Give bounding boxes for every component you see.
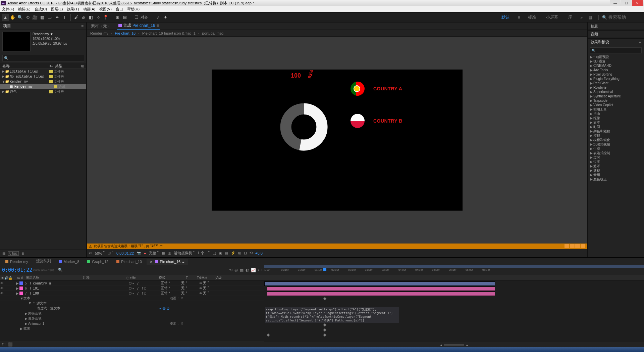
workspace-standard[interactable]: 标准 [526,14,538,21]
effect-category[interactable]: ▶Rowbyte [588,85,644,90]
tag-icon[interactable]: 🏷 [49,64,53,68]
menu-item[interactable]: 窗口 [116,7,123,12]
tab-menu-icon[interactable]: ≡ [156,23,159,28]
breadcrumb-item[interactable]: Render my [90,31,108,35]
close-tab-icon[interactable]: × [150,260,152,264]
close-button[interactable]: ✕ [632,0,643,6]
menu-item[interactable]: 帮助(H) [127,7,140,12]
layer-row[interactable]: 👁▶7T100⬡✦ / fx正常 ˅无 ˅⊙ 无 ˅ [0,291,264,296]
effect-category[interactable]: ▶Red Giant [588,81,644,85]
effect-category[interactable]: ▶表达式控制 [588,151,644,155]
zoom-tool[interactable]: 🔍 [17,14,23,21]
panel-menu-icon[interactable]: ≡ [81,24,84,29]
keyframe-icon[interactable] [323,323,327,327]
keyframe-icon[interactable] [267,334,270,337]
effect-category[interactable]: ▶* 动画预设 [588,55,644,59]
workspace-small[interactable]: 小屏幕 [544,14,560,21]
timeline-zoom[interactable]: ▲ ▲ [264,342,644,347]
tab-composition[interactable]: 合成 Pie chart_16 ≡ [117,22,160,30]
draft3d-icon[interactable]: ◎ [234,268,238,272]
effect-category[interactable]: ▶Superluminal [588,90,644,94]
snapshot-icon[interactable]: 📷 [137,251,141,255]
time-ruler[interactable]: 1:00f00:15f01:00f01:15f02:00f02:15f03:00… [264,265,644,275]
project-row[interactable]: ▶📁Editable Files文件夹 [0,69,86,74]
effect-category[interactable]: ▶音频 [588,173,644,177]
timeline-tab[interactable]: Graph_12 [84,259,112,265]
frameblend-icon[interactable]: ▦ [240,268,244,272]
orbit-tool[interactable]: ⟲ [24,14,31,21]
audio-panel-title[interactable]: 音频 [591,32,598,37]
effect-category[interactable]: ▶Pixel Sorting [588,72,644,77]
toggle-modes-icon[interactable]: ⬛ [8,342,13,347]
workspace-hamburger-icon[interactable]: ≡ [518,15,520,20]
layer-bar[interactable] [267,292,495,296]
camera-dropdown[interactable]: 活动摄像机 ˅ [174,251,195,256]
project-row[interactable]: ▦Render my合成 [0,84,86,89]
effect-category[interactable]: ▶Video Copilot [588,103,644,107]
graph-editor-icon[interactable]: 📈 [251,268,256,272]
viewer-timecode[interactable]: 0;00;01;22 [116,251,134,255]
world-axis-icon[interactable]: ⊟ [121,14,128,21]
keyframe-icon[interactable] [323,297,327,301]
timeline-timecode[interactable]: 0;00;01;22 [2,267,32,273]
magnification-dropdown[interactable]: 50% ˅ [95,251,105,255]
timeline-tracks[interactable]: swap=thisComp.layer("Segment settings").… [264,281,644,342]
selection-tool[interactable]: ▲ [2,14,9,21]
workspace-lib[interactable]: 库 [566,14,574,21]
composition-viewer[interactable]: 100 53% COUNTRY A COUNTRY B [87,37,587,244]
layer-property-row[interactable]: ▼文本动画： ⊙ [0,296,264,301]
layer-property-row[interactable]: ▶效果 [0,326,264,331]
text-tool[interactable]: T [61,14,68,21]
project-col-type[interactable]: 类型 [55,63,62,69]
layer-bar[interactable] [267,287,495,291]
panel-menu-icon[interactable]: ≡ [639,40,641,44]
views-dropdown[interactable]: 1 个... ˅ [198,251,210,256]
workspace-overflow-icon[interactable]: » [580,15,583,20]
effect-category[interactable]: ▶JAe Tools [588,68,644,72]
keyframe-icon[interactable] [323,334,327,337]
col-parent[interactable]: 父级 [214,275,223,280]
project-search-input[interactable]: 🔍 [2,55,84,61]
roto-tool[interactable]: ✧ [95,14,102,21]
workspace-switcher-icon[interactable]: ▦ [589,15,592,20]
menu-item[interactable]: 合成(C) [35,7,47,12]
timeline-tab[interactable]: Pie chart_10 [113,259,145,265]
exposure-value[interactable]: +0.0 [255,251,263,255]
shy-icon[interactable]: ⟲ [229,268,232,272]
effect-category[interactable]: ▶过时 [588,155,644,160]
menu-item[interactable]: 图层(L) [51,7,63,12]
menu-item[interactable]: 动画(A) [83,7,96,12]
snap-checkbox[interactable]: ☐ [133,14,140,21]
layer-property-row[interactable]: ▼ ⏱ 源文本 [0,301,264,306]
timeline-tab[interactable]: Marker_8 [56,259,83,265]
layer-bar[interactable] [264,281,495,286]
breadcrumb-item[interactable]: Pie chart_16 Insert icon & flag_1 [142,31,196,35]
project-row[interactable]: ▶📁No editable Files文件夹 [0,74,86,79]
eraser-tool[interactable]: ◧ [88,14,94,21]
effect-category[interactable]: ▶沉浸式视频 [588,142,644,146]
clone-tool[interactable]: ⌀ [80,14,87,21]
effect-category[interactable]: ▶Synthetic Aperture [588,94,644,98]
delete-icon[interactable]: 🗑 [21,252,25,255]
brush-tool[interactable]: 🖌 [73,14,79,21]
col-trkmat[interactable]: TrkMat [196,276,214,280]
project-col-name[interactable]: 名称 [2,63,49,69]
view-opt1-icon[interactable]: ▢ [213,251,216,255]
grid-icon[interactable]: ▦ [162,251,165,255]
puppet-tool[interactable]: 📍 [102,14,109,21]
effect-category[interactable]: ▶CINEMA 4D [588,63,644,68]
effect-category[interactable]: ▶颜色校正 [588,177,644,181]
col-switches[interactable]: ⬡✦\fx [125,276,158,280]
expression-warning-bar[interactable]: ⚠ 此项目包含表达式错误：错误 "1"，共 "457" 个 [87,244,587,249]
workspace-default[interactable]: 默认 [499,14,512,21]
col-mode[interactable]: 模式 [158,275,178,280]
layer-property-row[interactable]: ▶更多选项 [0,316,264,321]
breadcrumb-item[interactable]: portugal_flag [202,31,224,35]
effect-category[interactable]: ▶3D 通道 [588,59,644,63]
camera-tool[interactable]: 🎥 [32,14,38,21]
layer-row[interactable]: 👁▶6T101⬡✦ / fx正常 ˅无 ˅⊙ 无 ˅ [0,286,264,291]
effect-category[interactable]: ▶模糊和锐化 [588,138,644,142]
mask-icon[interactable]: ◫ [168,251,171,255]
exposure-reset-icon[interactable]: ⟲ [250,251,253,255]
menu-item[interactable]: 视图(V) [99,7,112,12]
